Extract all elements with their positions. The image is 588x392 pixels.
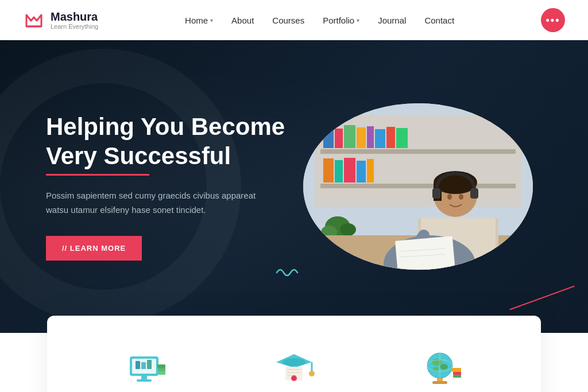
svg-rect-5 bbox=[320, 149, 516, 154]
svg-rect-72 bbox=[453, 375, 461, 378]
navbar: Mashura Learn Everything Home ▾ About Co… bbox=[0, 0, 588, 40]
nav-link-portfolio[interactable]: Portfolio ▾ bbox=[323, 15, 359, 25]
svg-rect-7 bbox=[323, 126, 334, 148]
chevron-down-icon: ▾ bbox=[357, 17, 359, 24]
logo-text: Mashura Learn Everything bbox=[51, 10, 98, 30]
hero-description: Possim sapientem sed cumy graecids civib… bbox=[46, 188, 264, 218]
logo-icon bbox=[23, 9, 45, 31]
svg-rect-50 bbox=[158, 371, 165, 375]
feature-planning: Smart Planning bbox=[229, 344, 359, 392]
hero-content: Helping You Become Very Successful Possi… bbox=[46, 112, 294, 261]
svg-rect-6 bbox=[320, 184, 516, 188]
svg-rect-14 bbox=[396, 128, 408, 148]
hero-section: Helping You Become Very Successful Possi… bbox=[0, 40, 588, 333]
svg-rect-10 bbox=[357, 127, 366, 148]
svg-rect-15 bbox=[323, 158, 334, 183]
nav-item-courses[interactable]: Courses bbox=[272, 15, 304, 25]
features-container: Best Coaching bbox=[47, 316, 541, 392]
nav-link-home[interactable]: Home ▾ bbox=[185, 15, 213, 25]
features-section: Best Coaching bbox=[0, 333, 588, 392]
feature-coaching: Best Coaching bbox=[82, 344, 212, 392]
svg-rect-19 bbox=[367, 159, 374, 183]
svg-rect-71 bbox=[452, 368, 461, 372]
hero-person-illustration bbox=[303, 103, 533, 270]
planning-icon bbox=[271, 344, 317, 390]
svg-rect-69 bbox=[432, 381, 447, 384]
nav-link-courses[interactable]: Courses bbox=[272, 15, 304, 25]
svg-rect-17 bbox=[344, 158, 355, 183]
nav-item-about[interactable]: About bbox=[231, 15, 254, 25]
svg-rect-38 bbox=[395, 236, 455, 270]
svg-rect-32 bbox=[432, 188, 440, 199]
nav-item-home[interactable]: Home ▾ bbox=[185, 15, 213, 25]
hero-title: Helping You Become Very Successful bbox=[46, 112, 294, 176]
svg-rect-49 bbox=[157, 364, 165, 368]
svg-rect-44 bbox=[141, 362, 146, 369]
feature-experience: Get Experience bbox=[376, 344, 506, 392]
nav-item-contact[interactable]: Contact bbox=[424, 15, 454, 25]
nav-link-about[interactable]: About bbox=[231, 15, 254, 25]
coaching-icon bbox=[123, 344, 169, 390]
svg-point-64 bbox=[440, 364, 448, 370]
svg-rect-18 bbox=[357, 161, 366, 183]
nav-item-portfolio[interactable]: Portfolio ▾ bbox=[323, 15, 359, 25]
svg-point-54 bbox=[309, 371, 315, 377]
svg-rect-13 bbox=[386, 127, 395, 148]
svg-rect-45 bbox=[147, 360, 152, 369]
nav-links: Home ▾ About Courses Portfolio ▾ Journal bbox=[185, 15, 454, 25]
svg-rect-56 bbox=[287, 369, 301, 370]
svg-rect-43 bbox=[136, 361, 140, 369]
nav-item-journal[interactable]: Journal bbox=[378, 15, 406, 25]
chevron-down-icon: ▾ bbox=[210, 17, 213, 24]
svg-rect-11 bbox=[367, 126, 374, 148]
nav-link-journal[interactable]: Journal bbox=[378, 15, 406, 25]
hero-oval-image bbox=[303, 103, 533, 270]
ellipsis-icon: ••• bbox=[546, 14, 560, 26]
experience-icon bbox=[419, 344, 465, 390]
svg-rect-57 bbox=[287, 372, 301, 373]
hero-image-area bbox=[294, 103, 542, 270]
svg-point-35 bbox=[459, 194, 463, 200]
svg-rect-33 bbox=[470, 188, 478, 199]
nav-link-contact[interactable]: Contact bbox=[424, 15, 454, 25]
svg-point-24 bbox=[340, 223, 356, 236]
svg-rect-16 bbox=[335, 160, 343, 183]
svg-rect-12 bbox=[375, 129, 385, 148]
brand-name: Mashura bbox=[51, 10, 98, 23]
menu-button[interactable]: ••• bbox=[541, 8, 565, 32]
logo[interactable]: Mashura Learn Everything bbox=[23, 9, 98, 31]
hero-cta-button[interactable]: // LEARN MORE bbox=[46, 236, 142, 261]
svg-rect-8 bbox=[335, 129, 343, 148]
svg-point-52 bbox=[283, 358, 305, 366]
hero-accent-line bbox=[509, 286, 574, 311]
squiggle-icon bbox=[276, 264, 299, 281]
brand-tagline: Learn Everything bbox=[51, 23, 98, 30]
svg-point-34 bbox=[447, 194, 452, 200]
svg-rect-9 bbox=[344, 125, 355, 148]
svg-rect-47 bbox=[137, 379, 152, 382]
